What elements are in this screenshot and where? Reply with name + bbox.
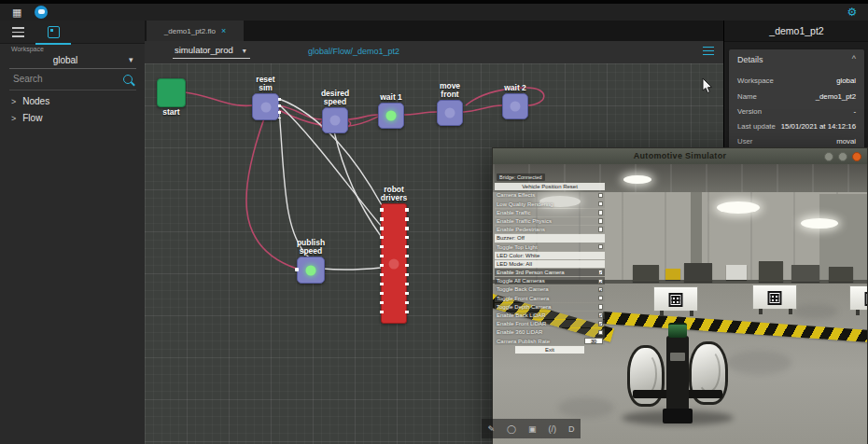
app-bar: ▦ ⚙	[0, 4, 868, 21]
toggle-label: Toggle All Cameras	[497, 278, 545, 284]
sidebar-tab-bookmarks[interactable]	[35, 21, 71, 45]
flow-node-start[interactable]: start	[157, 78, 186, 107]
cart	[653, 286, 698, 312]
toggle-top-light-toggle[interactable]: Toggle Top Light	[495, 243, 605, 250]
close-icon[interactable]: ×	[221, 26, 226, 35]
chevron-down-icon: ▾	[243, 47, 246, 55]
checkbox[interactable]	[598, 210, 604, 215]
sidebar: Workspace global ▾ Search >Nodes >Flow	[0, 21, 146, 444]
checkbox[interactable]: ✓	[598, 312, 604, 318]
toggle-front-camera-toggle[interactable]: Toggle Front Camera	[495, 294, 605, 301]
flow-node-reset-sim[interactable]: reset sim	[252, 93, 279, 120]
flow-node-move-front[interactable]: move front	[437, 100, 463, 126]
flow-node-robot-drivers[interactable]: robot drivers	[381, 203, 407, 324]
button-label: LED Color: White	[497, 253, 539, 258]
toggle-all-cameras-toggle[interactable]: Toggle All Cameras✓	[495, 277, 605, 284]
checkbox[interactable]: ✓	[598, 270, 604, 275]
led-mode-button[interactable]: LED Mode: All	[495, 260, 605, 268]
tugbot-robot	[625, 330, 730, 427]
minimize-button[interactable]	[824, 152, 833, 161]
checkbox[interactable]	[598, 201, 604, 207]
details-row-value: 15/01/2021 at 14:12:16	[781, 122, 856, 131]
button-label: Vehicle Position Reset	[522, 184, 578, 189]
checkbox[interactable]: ✓	[598, 321, 604, 326]
field-label: Camera Publish Rate	[497, 339, 550, 344]
flow-node-desired-speed[interactable]: desired speed	[322, 107, 348, 133]
background-crate	[726, 265, 747, 280]
simulator-title-bar[interactable]: Automotive Simulator	[493, 148, 867, 165]
toggle-label: Toggle Top Light	[497, 244, 538, 250]
enable-360-lidar-toggle[interactable]: Enable 360 LiDAR	[495, 328, 605, 336]
breadcrumb[interactable]: global/Flow/_demo1_pt2	[308, 47, 399, 56]
sidebar-item-nodes[interactable]: >Nodes	[11, 96, 49, 106]
grid-tool-icon[interactable]: ▣	[528, 424, 537, 434]
simulator-viewport[interactable]: Bridge: Connected Vehicle Position Reset…	[493, 164, 867, 444]
flow-node-publish-speed[interactable]: publish speed	[297, 257, 325, 284]
node-state-dot	[260, 102, 271, 112]
enable-3rd-person-camera-toggle[interactable]: Enable 3rd Person Camera✓	[495, 269, 605, 276]
ar-tag	[669, 293, 683, 307]
lasso-tool-icon[interactable]: ◯	[507, 424, 516, 434]
flow-selector-label: simulator_prod	[175, 45, 233, 55]
background-crate	[829, 267, 853, 282]
sidebar-tabs	[0, 21, 145, 44]
checkbox[interactable]: ✓	[598, 287, 604, 293]
checkbox[interactable]	[598, 330, 604, 336]
search-icon[interactable]	[123, 75, 133, 84]
enable-traffic-toggle[interactable]: Enable Traffic	[495, 209, 605, 216]
flow-node-wait-1[interactable]: wait 1	[378, 103, 404, 129]
camera-effects-toggle[interactable]: Camera Effects	[495, 191, 605, 199]
node-label: publish speed	[293, 239, 329, 256]
checkbox[interactable]	[598, 296, 604, 301]
flow-selector[interactable]: simulator_prod▾	[173, 45, 250, 59]
details-row-label: Last update	[737, 122, 776, 131]
node-label: move front	[435, 82, 465, 99]
toggle-label: Enable 3rd Person Camera	[497, 270, 565, 275]
mouse-cursor	[702, 78, 713, 99]
details-header[interactable]: Details ^	[729, 49, 864, 70]
toolbar-menu-icon[interactable]	[703, 47, 714, 56]
checkbox[interactable]	[598, 193, 604, 199]
maximize-button[interactable]	[838, 152, 847, 161]
enable-back-lidar-toggle[interactable]: Enable Back LiDAR✓	[495, 312, 605, 319]
close-button[interactable]	[852, 152, 861, 161]
toggle-depth-camera-toggle[interactable]: Toggle Depth Camera	[495, 303, 605, 311]
buzzer-button[interactable]: Buzzer: Off	[495, 234, 605, 242]
movai-logo-icon[interactable]	[35, 6, 48, 19]
floor-stain	[726, 351, 791, 375]
robot-mast	[666, 336, 689, 414]
led-color-button[interactable]: LED Color: White	[495, 252, 605, 259]
checkbox[interactable]	[598, 218, 604, 224]
toggle-label: Enable Front LiDAR	[497, 321, 546, 326]
node-label: wait 2	[504, 84, 526, 92]
node-port	[295, 268, 299, 271]
search-input[interactable]: Search	[13, 74, 43, 84]
camera-publish-rate-input[interactable]: 30	[584, 338, 603, 344]
checkbox[interactable]	[598, 244, 604, 250]
enable-front-lidar-toggle[interactable]: Enable Front LiDAR✓	[495, 320, 605, 327]
low-quality-rendering-toggle[interactable]: Low Quality Rendering	[495, 200, 605, 207]
vehicle-position-reset-button[interactable]: Vehicle Position Reset	[495, 183, 605, 190]
tab-title: _demo1_pt2.flo	[164, 27, 216, 35]
apps-grid-icon[interactable]: ▦	[12, 7, 24, 19]
workspace-select[interactable]: global	[0, 55, 131, 65]
enable-traffic-physics-toggle[interactable]: Enable Traffic Physics	[495, 217, 605, 225]
collapse-icon[interactable]: ^	[852, 54, 856, 63]
enable-pedestrians-toggle[interactable]: Enable Pedestrians	[495, 226, 605, 233]
exit-button[interactable]: Exit	[515, 346, 584, 354]
background-crate	[665, 269, 680, 280]
checkbox[interactable]	[598, 227, 604, 232]
sidebar-item-flow[interactable]: >Flow	[11, 113, 42, 123]
checkbox[interactable]: ✓	[598, 279, 604, 284]
flow-node-wait-2[interactable]: wait 2	[502, 93, 528, 119]
tab-demo1-pt2[interactable]: _demo1_pt2.flo ×	[147, 21, 244, 43]
sidebar-tab-menu[interactable]	[0, 21, 35, 43]
toggle-back-camera-toggle[interactable]: Toggle Back Camera✓	[495, 285, 605, 293]
checkbox[interactable]	[598, 304, 604, 310]
hamburger-icon	[12, 27, 24, 37]
gear-icon[interactable]: ⚙	[846, 6, 859, 19]
pen-tool-icon[interactable]: ✎	[487, 424, 495, 434]
node-label: desired speed	[317, 90, 353, 106]
debug-tool-icon[interactable]: D	[568, 424, 575, 434]
toggle-tool-icon[interactable]: (/)	[549, 424, 557, 434]
